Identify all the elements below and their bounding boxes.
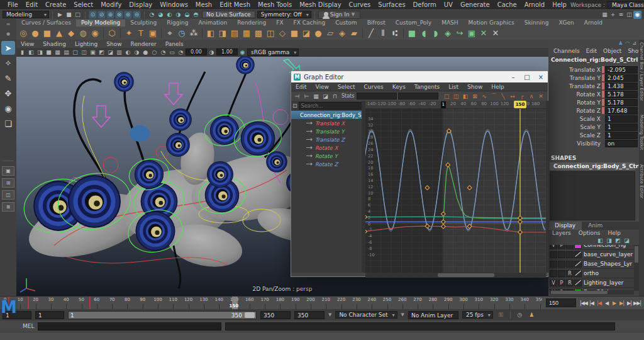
menu-curves[interactable]: Curves (345, 1, 375, 8)
layer-swatch[interactable] (574, 270, 582, 277)
playback-start-field[interactable]: 1 (35, 311, 64, 319)
shelf-tool-icon[interactable]: ✦ (123, 28, 135, 39)
sidebar-toggle-icon[interactable]: ◉ (633, 11, 641, 19)
lasso-tool[interactable]: ⟡ (1, 56, 15, 70)
playback-toggle[interactable] (558, 251, 565, 258)
ge-tangent-icon[interactable]: ┌ (518, 93, 526, 100)
layer-row-ortho[interactable]: Rortho (548, 269, 634, 278)
channel-box-mini-icons[interactable]: ♟ ◠ ⊿ (618, 40, 636, 46)
command-language-toggle[interactable]: MEL (23, 323, 34, 329)
shelf-tab-custom[interactable]: Custom (330, 20, 362, 26)
graph-editor-titlebar[interactable]: M Graph Editor –□× (291, 71, 548, 82)
shelf-tab-poly-modeling[interactable]: Poly Modeling (76, 20, 125, 26)
color-managed-icon[interactable]: ◉ (238, 48, 247, 56)
stats-field-2[interactable] (398, 93, 438, 99)
layer-list-vscrollbar[interactable] (634, 245, 639, 291)
ge-tool-icon[interactable]: ⊣ (293, 93, 301, 100)
graph-time-ruler[interactable]: -140-120-100-80-60-40-200204060801001201… (365, 101, 546, 109)
channel-value-field[interactable]: 17.648 (605, 107, 638, 115)
layer-swatch[interactable] (574, 280, 582, 286)
move-tool[interactable]: ✥ (1, 86, 15, 100)
visibility-toggle[interactable] (550, 270, 557, 277)
viewport-toolbar-icon[interactable]: ■ (45, 48, 53, 56)
ge-tangent-icon[interactable]: ✕ (536, 93, 545, 100)
shelf-tool-icon[interactable]: ▣ (147, 28, 158, 39)
menu-arnold[interactable]: Arnold (521, 1, 548, 8)
ge-channel-rotate-z[interactable]: Rotate Z (291, 160, 362, 168)
character-set-caret[interactable]: ▼ (328, 312, 331, 317)
go-to-start-button[interactable]: |◀◀ (580, 298, 587, 308)
shelf-tool-icon[interactable]: ◈ (336, 28, 348, 39)
go-to-end-button[interactable]: ▶▶| (633, 298, 641, 308)
shelf-tab-fx-caching[interactable]: FX Caching (289, 20, 331, 26)
shelf-tab-bifrost[interactable]: Bifrost (362, 20, 391, 26)
graph-curve-area[interactable]: 3432302826242220181614121086420-2-4-6-8-… (365, 109, 546, 273)
playback-toggle[interactable]: P (558, 245, 565, 249)
visibility-toggle[interactable]: V (550, 245, 557, 249)
symmetry-dropdown[interactable]: Symmetry: Off (257, 11, 311, 18)
play-backwards-button[interactable]: ◀ (603, 298, 610, 308)
gamma-icon[interactable]: ◑ (208, 48, 216, 56)
layer-swatch[interactable] (574, 245, 582, 249)
layer-swatch[interactable] (574, 261, 582, 268)
character-icon[interactable]: ♟ (618, 40, 623, 46)
shelf-tool-icon[interactable]: ◎ (18, 28, 29, 39)
layout-shortcut-button[interactable]: ≣ (2, 202, 14, 212)
viewport-toolbar-icon[interactable]: ◧ (27, 48, 35, 56)
view-transform-dropdown[interactable]: sRGB gamma (247, 48, 299, 56)
viewport-toolbar-icon[interactable]: ▦ (53, 48, 62, 56)
ge-tangent-icon[interactable]: ∧ (527, 93, 535, 100)
menuset-dropdown[interactable]: Modeling (3, 11, 49, 18)
current-time-flag[interactable]: 150 (514, 101, 526, 108)
viewport-toolbar-icon[interactable]: ▭ (168, 48, 176, 56)
ge-menu-show[interactable]: Show (463, 84, 487, 90)
viewport-menu-renderer[interactable]: Renderer (126, 41, 161, 47)
layer-row-connection-rig[interactable]: VPConnection_rig (548, 245, 634, 250)
exposure-field[interactable]: 0.00 (186, 48, 207, 55)
ge-menu-keys[interactable]: Keys (388, 84, 410, 90)
paint-select-tool[interactable]: ✎ (1, 71, 15, 85)
anim-layer-field[interactable]: No Anim Layer (408, 311, 458, 319)
anim-prefs-clock-icon[interactable]: ◷ (516, 311, 524, 319)
anim-end-field[interactable]: 350 (294, 311, 325, 319)
shelf-tool-icon[interactable]: ◆ (65, 28, 77, 39)
channel-box-object-name[interactable]: Connection_rig:Body_S_Ctrl (551, 57, 638, 63)
close-button[interactable]: × (534, 71, 548, 82)
reference-toggle[interactable]: R (566, 280, 574, 286)
layer-swatch[interactable] (574, 251, 582, 258)
shelf-tab-fx[interactable]: FX (271, 20, 288, 26)
menu-mesh-tools[interactable]: Mesh Tools (254, 1, 296, 8)
sign-in-button[interactable]: Sign In▼ (318, 11, 360, 19)
visibility-toggle[interactable]: V (550, 280, 557, 286)
shelf-tool-icon[interactable]: ◈ (442, 28, 453, 39)
exposure-icon[interactable]: ◔ (177, 48, 185, 56)
ge-channel-rotate-x[interactable]: Rotate X (291, 144, 362, 152)
maximize-button[interactable]: □ (520, 71, 534, 82)
shelf-tool-icon[interactable]: ▰ (348, 28, 360, 39)
ge-menu-select[interactable]: Select (333, 84, 360, 90)
layer-menu-layers[interactable]: Layers (548, 230, 575, 237)
layer-editor-icon[interactable]: ◧ (597, 237, 604, 244)
ge-channel-translate-y[interactable]: Translate Y (291, 127, 362, 135)
viewport-toolbar-icon[interactable]: ◪ (106, 48, 114, 56)
keyframe[interactable] (518, 230, 523, 234)
shelf-tool-icon[interactable]: ◨ (217, 28, 228, 39)
layer-tab-anim[interactable]: Anim (582, 222, 609, 230)
ge-tangent-icon[interactable]: ∿ (480, 93, 488, 100)
shelf-tab-arnold[interactable]: Arnold (579, 20, 608, 26)
shelf-tool-icon[interactable]: ▲ (53, 28, 65, 39)
menu-windows[interactable]: Windows (156, 1, 192, 8)
graph-mini-icon[interactable]: ⊿ (632, 40, 636, 46)
viewport-menu-panels[interactable]: Panels (161, 41, 188, 47)
channel-value-field[interactable]: 2.045 (605, 74, 638, 82)
shelf-tool-icon[interactable]: ⌖ (164, 28, 175, 39)
gamma-field[interactable]: 1.00 (216, 48, 238, 55)
shelf-tab-mash[interactable]: MASH (436, 20, 463, 26)
menu-modify[interactable]: Modify (97, 1, 125, 8)
shelf-tool-icon[interactable]: ■ (42, 28, 53, 39)
shelf-tab-rendering[interactable]: Rendering (232, 20, 271, 26)
shelf-tab-sculpting[interactable]: Sculpting (125, 20, 162, 26)
layer-menu-help[interactable]: Help (604, 230, 625, 237)
shelf-tool-icon[interactable]: ↪ (454, 28, 465, 39)
shelf-tool-icon[interactable]: ▤ (229, 28, 240, 39)
